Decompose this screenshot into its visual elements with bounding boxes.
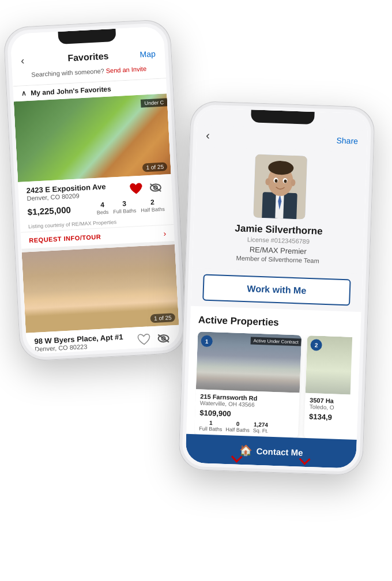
p2-notch: [251, 110, 315, 124]
p1-price-1: $1,225,000: [27, 205, 71, 217]
p1-listing-img-2: 1 of 25: [21, 244, 179, 333]
p2-agent-section: Jamie Silverthorne License #0123456789 R…: [192, 146, 367, 274]
p1-img-count-badge: 1 of 25: [142, 162, 167, 172]
p1-title: Favorites: [67, 51, 109, 63]
p1-section-arrow: ∧: [21, 89, 27, 97]
p1-request-arrow: ›: [163, 229, 167, 238]
p2-prop-img-2: 2: [306, 335, 352, 395]
p1-img-count-badge-2: 1 of 25: [150, 313, 175, 323]
phone-1-inner: ‹ Favorites Map Searching with someone? …: [6, 22, 183, 358]
p2-active-title: Active Properties: [198, 314, 353, 331]
p1-map-button[interactable]: Map: [140, 49, 156, 59]
p1-beds-item: 4 Beds: [96, 201, 109, 216]
p1-listing-img-1: Under C 1 of 25: [14, 93, 171, 182]
p2-work-with-me-button[interactable]: Work with Me: [202, 274, 350, 306]
p2-prop-card-1[interactable]: 1 Active Under Contract 215 Farnsworth R…: [194, 331, 301, 438]
p1-fullbaths-item: 3 Full Baths: [112, 199, 136, 214]
p1-invite-text: Searching with someone?: [31, 67, 104, 78]
p1-request-btn[interactable]: REQUEST INFO/TOUR: [29, 233, 101, 244]
p1-notch: [58, 29, 116, 44]
p1-invite-link[interactable]: Send an Invite: [106, 65, 147, 74]
p1-eye-off-icon-2[interactable]: [155, 330, 172, 346]
p1-section-label: My and John's Favorites: [31, 85, 111, 97]
p1-listing-card-1[interactable]: Under C 1 of 25 2423 E Exposition Ave De…: [14, 93, 175, 252]
phone-1: ‹ Favorites Map Searching with someone? …: [3, 19, 187, 361]
p2-agent-team: Member of Silverthorne Team: [236, 255, 319, 265]
p1-back-button[interactable]: ‹: [21, 55, 25, 67]
p1-fav-icons-1: [127, 179, 164, 197]
phone-2-inner: ‹ Share: [182, 104, 372, 472]
p2-prop-fullbaths: 1 Full Baths: [199, 419, 223, 432]
p1-invite-bar: Searching with someone? Send an Invite: [21, 62, 157, 81]
scene: ‹ Favorites Map Searching with someone? …: [0, 0, 392, 581]
p2-share-button[interactable]: Share: [336, 135, 358, 145]
p1-heart-icon[interactable]: [127, 180, 144, 197]
p2-prop-beds-1: 1 Full Baths 0 Half Baths 1,: [199, 419, 294, 435]
phone-2-content: ‹ Share: [185, 108, 368, 469]
p2-agent-company: RE/MAX Premier: [250, 245, 307, 255]
phone-1-screen: ‹ Favorites Map Searching with someone? …: [10, 26, 180, 354]
p1-fav-icons-2: [135, 330, 172, 348]
p2-agent-avatar: [253, 154, 307, 220]
p2-prop-sqft: 1,274 Sq. Ft.: [253, 421, 269, 434]
p2-prop-city-2: Toledo, O: [310, 403, 352, 412]
phone-2-screen: ‹ Share: [185, 108, 368, 469]
phone-1-content: ‹ Favorites Map Searching with someone? …: [10, 26, 180, 354]
p1-eye-off-icon[interactable]: [147, 179, 164, 196]
p2-back-button[interactable]: ‹: [206, 129, 210, 142]
p2-active-section: Active Properties 1 Active Under Contrac…: [186, 306, 361, 446]
p2-prop-price-2: $134,9: [309, 412, 352, 422]
p2-properties-row: 1 Active Under Contract 215 Farnsworth R…: [194, 331, 352, 440]
p2-agent-license: License #0123456789: [247, 236, 310, 245]
p1-heart-icon-2[interactable]: [135, 331, 152, 348]
p1-halfbaths-item: 2 Half Baths: [140, 198, 165, 213]
p2-prop-info-2: 3507 Ha Toledo, O $134,9: [304, 393, 352, 428]
phone-2: ‹ Share: [178, 101, 375, 476]
p2-prop-img-1: 1 Active Under Contract: [196, 331, 301, 393]
p2-prop-card-2[interactable]: 2 3507 Ha Toledo, O $134,9: [304, 335, 352, 440]
p1-beds-row-1: 4 Beds 3 Full Baths 2 Ha: [96, 198, 165, 216]
p2-prop-info-1: 215 Farnsworth Rd Waterville, OH 43566 $…: [194, 389, 300, 438]
p2-prop-halfbaths: 0 Half Baths: [225, 420, 250, 433]
p2-prop-price-1: $109,900: [199, 408, 294, 420]
p2-agent-name: Jamie Silverthorne: [235, 222, 323, 237]
p1-under-contract-badge: Under C: [141, 98, 167, 107]
p1-listing-card-2[interactable]: 1 of 25 98 W Byers Place, Apt #1 Denver,…: [21, 244, 180, 354]
